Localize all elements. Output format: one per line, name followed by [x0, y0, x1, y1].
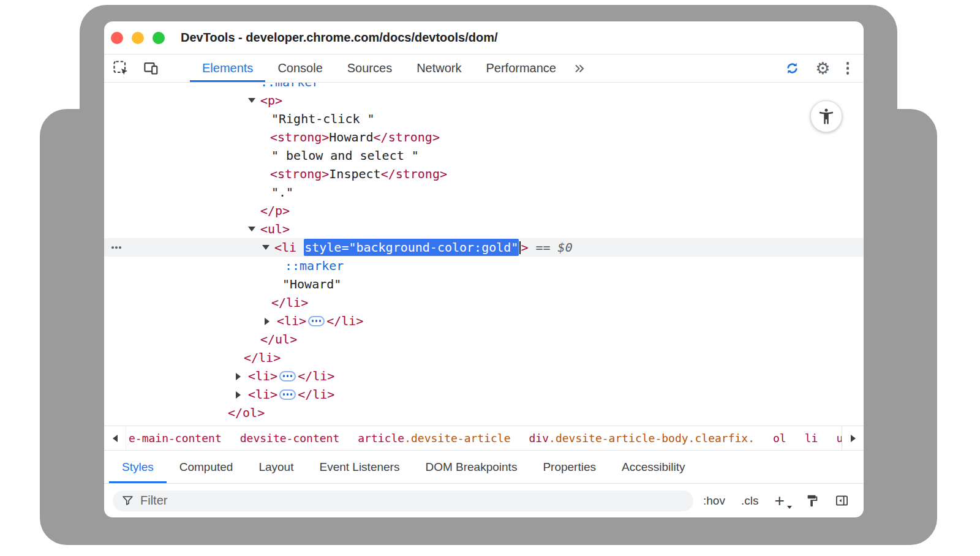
tab-layout[interactable]: Layout [246, 451, 306, 483]
tab-event-listeners[interactable]: Event Listeners [306, 451, 412, 483]
dom-tree-row[interactable]: </p> [104, 201, 864, 220]
settings-gear-icon[interactable]: ⚙ [815, 60, 830, 77]
tab-accessibility[interactable]: Accessibility [609, 451, 698, 483]
dom-tree-row[interactable]: <li></li> [104, 367, 864, 385]
dom-node-text: </li> [244, 350, 281, 365]
dom-node-text: </li> [326, 314, 363, 328]
dom-node-text: </strong> [381, 167, 447, 181]
dom-tree-row[interactable]: <li style="background-color:gold"> == $0 [104, 238, 864, 257]
tab-elements[interactable]: Elements [190, 54, 265, 82]
tab-sources[interactable]: Sources [335, 54, 404, 82]
element-classes-button[interactable]: .cls [741, 494, 759, 508]
dom-tree-row[interactable]: <li></li> [104, 385, 864, 404]
breadcrumb-scroll-right[interactable] [842, 426, 864, 450]
dom-node-text: </li> [298, 387, 334, 402]
dom-tree-row[interactable]: </li> [104, 348, 864, 367]
dom-node-text: </li> [298, 369, 334, 383]
ellipsis-expander-icon[interactable] [279, 371, 296, 381]
breadcrumb-item[interactable]: li [805, 432, 818, 445]
accessibility-fab[interactable] [810, 100, 842, 132]
dom-node-text: </strong> [374, 130, 440, 145]
breadcrumb-part: .devsite-article [404, 432, 510, 445]
tree-expand-arrow-icon[interactable] [262, 238, 274, 257]
plus-icon: + [774, 491, 784, 510]
more-panels-chevron-icon[interactable] [572, 61, 587, 76]
dom-tree-row[interactable]: <strong>Inspect</strong> [104, 165, 864, 183]
toggle-sidebar-icon[interactable] [835, 494, 849, 508]
dom-node-line: ::marker [104, 257, 864, 275]
breadcrumb-item[interactable]: div.devsite-article-body.clearfix. [529, 432, 755, 445]
dom-node-text: <li> [277, 314, 306, 328]
dom-node-line: <li></li> [104, 385, 864, 404]
breadcrumb-item[interactable]: devsite-content [240, 432, 340, 445]
window-title: DevTools - developer.chrome.com/docs/dev… [181, 31, 498, 45]
sidebar-tabs: StylesComputedLayoutEvent ListenersDOM B… [104, 451, 864, 484]
kebab-menu-icon[interactable] [845, 61, 851, 76]
inspect-icon[interactable] [113, 60, 129, 77]
dom-node-line: </ul> [104, 330, 864, 348]
dom-tree-row[interactable]: </ul> [104, 330, 864, 348]
breadcrumb-item[interactable]: article.devsite-article [358, 432, 510, 445]
ellipsis-expander-icon[interactable] [279, 389, 296, 400]
dom-tree-row[interactable]: <ul> [104, 220, 864, 238]
minimize-window-button[interactable] [132, 32, 144, 44]
breadcrumb: e-main-contentdevsite-contentarticle.dev… [126, 426, 842, 450]
dom-tree-row[interactable]: "Right-click " [104, 110, 864, 128]
dom-tree-row[interactable]: "Howard" [104, 275, 864, 293]
dom-tree-row[interactable]: </ol> [104, 404, 864, 422]
dom-tree-row[interactable]: ::marker [104, 257, 864, 275]
dom-node-text: <li [274, 240, 304, 255]
tab-properties[interactable]: Properties [530, 451, 609, 483]
dom-node-text: <li> [248, 369, 277, 383]
dom-node-text: "Right-click " [271, 111, 375, 126]
dom-tree-row[interactable]: <li></li> [104, 312, 864, 330]
tab-console[interactable]: Console [265, 54, 334, 82]
tree-expand-arrow-icon[interactable] [248, 220, 260, 238]
chevron-right-icon [851, 435, 856, 442]
row-actions-icon[interactable] [109, 244, 124, 251]
dom-node-line: <li></li> [104, 312, 864, 330]
dom-node-text: == [528, 240, 557, 255]
tab-dom-breakpoints[interactable]: DOM Breakpoints [412, 451, 530, 483]
breadcrumb-item[interactable]: e-main-content [129, 432, 222, 445]
toggle-element-state-button[interactable]: :hov [703, 494, 725, 508]
dom-node-line: "Howard" [104, 275, 864, 293]
close-window-button[interactable] [111, 32, 123, 44]
breadcrumb-part: e-main-content [129, 432, 222, 445]
dom-node-line: <strong>Inspect</strong> [104, 165, 864, 183]
styles-filter-field[interactable] [113, 490, 693, 511]
dom-tree-row[interactable]: <strong>Howard</strong> [104, 128, 864, 146]
ellipsis-expander-icon[interactable] [308, 316, 325, 326]
tree-expand-arrow-icon[interactable] [265, 312, 277, 330]
breadcrumb-item[interactable]: ul [836, 432, 842, 445]
tree-expand-arrow-icon[interactable] [236, 385, 248, 404]
tab-computed[interactable]: Computed [167, 451, 246, 483]
devtools-window: DevTools - developer.chrome.com/docs/dev… [104, 21, 864, 517]
breadcrumb-scroll-left[interactable] [104, 426, 126, 450]
sync-icon[interactable] [784, 60, 801, 77]
dom-tree-row[interactable]: </li> [104, 293, 864, 312]
dom-node-text: "Howard" [282, 277, 341, 291]
tab-network[interactable]: Network [404, 54, 473, 82]
maximize-window-button[interactable] [153, 32, 165, 44]
tab-performance[interactable]: Performance [474, 54, 569, 82]
chevron-left-icon [113, 435, 118, 442]
dom-tree-row[interactable]: ::marker [104, 83, 864, 91]
styles-filter-input[interactable] [140, 494, 685, 508]
tree-expand-arrow-icon[interactable] [248, 91, 260, 110]
dom-tree-row[interactable]: <p> [104, 91, 864, 110]
dom-node-text: <ul> [260, 222, 290, 236]
paint-roller-icon[interactable] [805, 494, 819, 508]
dom-node-line: <li></li> [104, 367, 864, 385]
tab-styles[interactable]: Styles [109, 451, 167, 483]
dom-tree-row[interactable]: " below and select " [104, 146, 864, 165]
new-style-rule-button[interactable]: + [774, 492, 789, 509]
devtools-toolbar: ElementsConsoleSourcesNetworkPerformance… [104, 54, 864, 83]
dom-tree-row[interactable]: "." [104, 183, 864, 201]
dom-node-line: </li> [104, 348, 864, 367]
breadcrumb-item[interactable]: ol [773, 432, 786, 445]
breadcrumb-bar: e-main-contentdevsite-contentarticle.dev… [104, 426, 864, 451]
dom-node-text: "." [271, 185, 293, 200]
device-toolbar-icon[interactable] [143, 60, 159, 77]
tree-expand-arrow-icon[interactable] [236, 367, 248, 385]
